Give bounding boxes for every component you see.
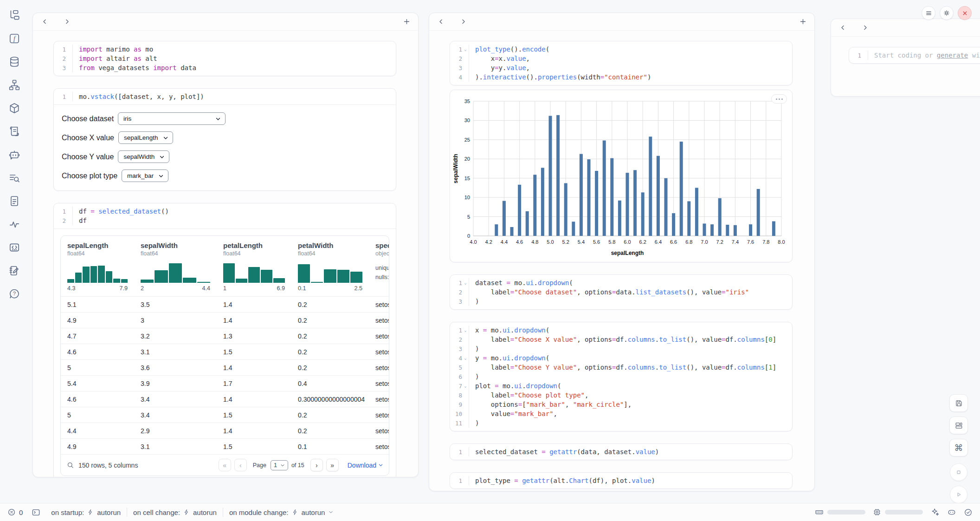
- table-cell: 1.4: [217, 301, 291, 308]
- tracing-icon[interactable]: [6, 215, 23, 233]
- dependency-graph-icon[interactable]: [6, 76, 23, 94]
- download-button[interactable]: Download: [348, 462, 383, 469]
- notebook-column-1: 1import marimo as mo2import altair as al…: [32, 13, 419, 477]
- help-icon[interactable]: ?: [6, 285, 23, 303]
- table-cell: 4.6: [61, 396, 134, 403]
- variables-icon[interactable]: f: [6, 30, 23, 47]
- column-histogram: [223, 261, 285, 283]
- menu-icon[interactable]: [922, 6, 935, 20]
- chevron-right-icon[interactable]: [458, 17, 468, 27]
- autorun-setting[interactable]: on startup:autorun: [51, 508, 121, 516]
- table-cell: 5: [61, 364, 134, 371]
- ai-sparkles-icon[interactable]: [930, 508, 940, 517]
- column-range: 24.4: [141, 285, 210, 292]
- cell-dataset-dropdown: 1⌄dataset = mo.ui.dropdown(2 label="Choo…: [450, 274, 793, 310]
- chart-output[interactable]: 4.04.24.44.64.85.05.25.45.65.86.06.26.46…: [450, 90, 793, 262]
- code-line: 6): [450, 372, 792, 381]
- code-editor[interactable]: 1import marimo as mo2import altair as al…: [54, 41, 396, 76]
- code-placeholder[interactable]: Start coding or generate with: [868, 51, 980, 60]
- ram-progress: [827, 510, 865, 514]
- data-table: sepalLengthfloat644.37.9sepalWidthfloat6…: [60, 235, 389, 476]
- control-row: Choose datasetiris: [62, 112, 388, 125]
- column-name[interactable]: speci: [375, 241, 382, 249]
- error-count-badge[interactable]: 0: [7, 508, 23, 516]
- table-row: 4.63.11.50.2setos: [61, 344, 389, 359]
- code-editor[interactable]: 1mo.vstack([dataset, x, y, plot]): [54, 89, 396, 104]
- documentation-icon[interactable]: [6, 192, 23, 210]
- outline-icon[interactable]: [6, 123, 23, 140]
- autorun-setting[interactable]: on cell change:autorun: [133, 508, 217, 516]
- chevron-right-icon[interactable]: [62, 17, 72, 27]
- copilot-icon[interactable]: [947, 508, 956, 517]
- table-cell: 3: [134, 317, 217, 324]
- add-cell-icon[interactable]: [401, 17, 412, 27]
- run-icon[interactable]: [950, 486, 967, 503]
- table-cell: 1.4: [217, 364, 291, 371]
- code-editor[interactable]: 1selected_dataset = getattr(data, datase…: [450, 444, 792, 460]
- code-line: 4⌄y = mo.ui.dropdown(: [450, 353, 792, 363]
- chart-menu-icon[interactable]: [771, 94, 787, 104]
- code-editor[interactable]: 1plot_type = getattr(alt.Chart(df), plot…: [450, 473, 792, 488]
- table-row: 4.63.41.40.30000000000000004setos: [61, 391, 389, 407]
- last-page-button[interactable]: »: [326, 459, 339, 471]
- table-header: sepalLengthfloat644.37.9sepalWidthfloat6…: [61, 236, 389, 296]
- search-icon[interactable]: [66, 461, 74, 469]
- code-editor[interactable]: 1⌄dataset = mo.ui.dropdown(2 label="Choo…: [450, 275, 792, 309]
- bar-chart[interactable]: 4.04.24.44.64.85.05.25.45.65.86.06.26.46…: [452, 95, 788, 258]
- page-select[interactable]: 1: [271, 460, 288, 470]
- svg-text:6.2: 6.2: [639, 239, 646, 245]
- chevron-left-icon[interactable]: [838, 23, 848, 33]
- svg-text:6.4: 6.4: [655, 239, 662, 245]
- packages-icon[interactable]: [6, 99, 23, 117]
- snippets-icon[interactable]: [6, 239, 23, 256]
- save-icon[interactable]: [949, 394, 968, 412]
- table-cell: 3.1: [134, 443, 217, 450]
- table-cell: 0.2: [291, 427, 369, 435]
- table-cell: 0.2: [291, 332, 369, 340]
- add-cell-icon[interactable]: [798, 17, 808, 27]
- layout-panels-icon[interactable]: [949, 417, 968, 434]
- first-page-button[interactable]: «: [219, 459, 231, 471]
- autorun-setting[interactable]: on module change:autorun: [229, 508, 334, 516]
- close-icon[interactable]: [958, 6, 972, 20]
- stop-icon[interactable]: [950, 463, 967, 481]
- vstack-output: Choose datasetirisChoose X valuesepalLen…: [54, 104, 396, 190]
- keyboard-shortcuts-icon[interactable]: ⌘: [949, 439, 968, 456]
- column-histogram: [298, 261, 362, 283]
- dropdown-choose-x-value[interactable]: sepalLength: [118, 131, 173, 144]
- dropdown-choose-dataset[interactable]: iris: [118, 112, 226, 125]
- cell-plot-type: 1plot_type = getattr(alt.Chart(df), plot…: [450, 472, 793, 489]
- logs-icon[interactable]: [6, 169, 23, 187]
- file-explorer-icon[interactable]: [6, 7, 23, 24]
- chevron-left-icon[interactable]: [39, 17, 50, 27]
- code-line: 3from vega_datasets import data: [54, 63, 396, 72]
- data-sources-icon[interactable]: [6, 53, 23, 71]
- code-editor[interactable]: 1 Start coding or generate with: [849, 47, 980, 63]
- connection-check-icon[interactable]: [964, 508, 973, 517]
- table-cell: 0.4: [291, 380, 369, 387]
- svg-text:5.8: 5.8: [608, 239, 615, 245]
- column-name[interactable]: sepalWidth: [141, 241, 210, 249]
- dropdown-choose-plot-type[interactable]: mark_bar: [122, 169, 168, 182]
- scratchpad-icon[interactable]: [6, 262, 23, 280]
- code-editor[interactable]: 1⌄x = mo.ui.dropdown(2 label="Choose X v…: [450, 322, 792, 431]
- notebook-column-3: 1 Start coding or generate with: [831, 19, 980, 97]
- column-name[interactable]: petalWidth: [298, 241, 362, 249]
- circle-x-icon: [7, 508, 16, 516]
- table-cell: 1.4: [217, 427, 291, 435]
- column-name[interactable]: petalLength: [223, 241, 285, 249]
- code-editor[interactable]: 1⌄plot_type().encode(2 x=x.value,3 y=y.v…: [450, 41, 792, 85]
- settings-gear-icon[interactable]: [940, 6, 954, 20]
- column-name[interactable]: sepalLength: [67, 241, 128, 249]
- terminal-button[interactable]: [32, 508, 40, 517]
- code-editor[interactable]: 1df = selected_dataset()2df: [54, 203, 396, 228]
- chevron-down-icon: [159, 154, 165, 160]
- chevron-left-icon[interactable]: [436, 17, 446, 27]
- prev-page-button[interactable]: ‹: [234, 459, 247, 471]
- chevron-right-icon[interactable]: [860, 23, 870, 33]
- dropdown-choose-y-value[interactable]: sepalWidth: [118, 150, 169, 163]
- chat-icon[interactable]: [6, 146, 23, 163]
- table-column-header: speciobjecuniqunulls:: [369, 241, 389, 296]
- svg-text:7.8: 7.8: [762, 239, 769, 245]
- next-page-button[interactable]: ›: [310, 459, 323, 471]
